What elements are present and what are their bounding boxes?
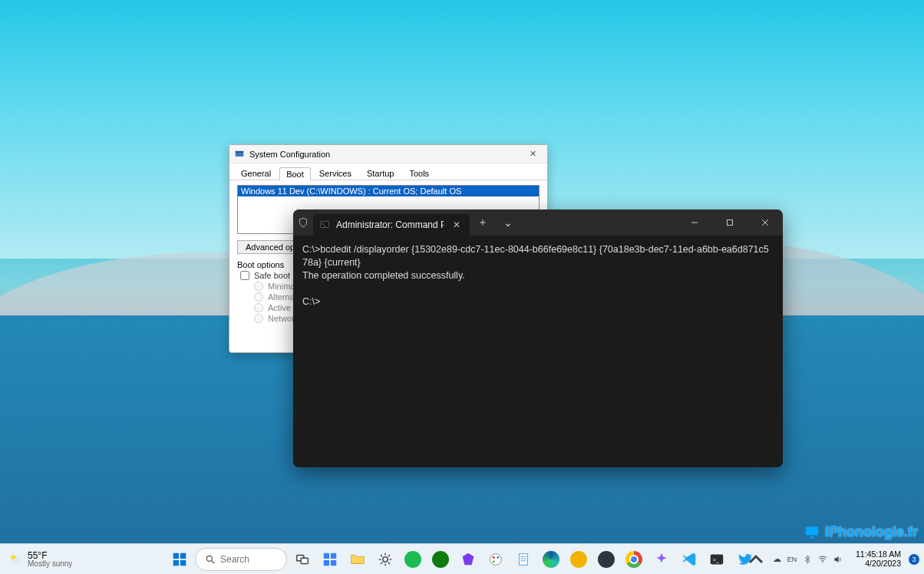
safe-boot-label: Safe boot bbox=[254, 271, 290, 280]
terminal-output[interactable]: C:\>bcdedit /displayorder {15302e89-cdc7… bbox=[293, 236, 783, 467]
notification-badge[interactable]: 3 bbox=[909, 554, 919, 565]
tray-bluetooth-icon[interactable] bbox=[802, 554, 813, 565]
safe-boot-alternate-radio[interactable] bbox=[254, 292, 263, 302]
svg-rect-20 bbox=[324, 553, 329, 558]
msconfig-close-button[interactable]: ✕ bbox=[523, 149, 543, 159]
terminal-tab-close[interactable]: ✕ bbox=[450, 219, 464, 230]
svg-rect-12 bbox=[173, 553, 179, 558]
vscode-button[interactable] bbox=[677, 547, 701, 572]
weather-cond: Mostly sunny bbox=[28, 560, 72, 568]
tab-startup[interactable]: Startup bbox=[360, 167, 401, 180]
tray-chevron[interactable] bbox=[748, 547, 764, 572]
maximize-icon bbox=[726, 219, 734, 226]
msconfig-app-icon bbox=[234, 149, 245, 160]
svg-line-17 bbox=[212, 560, 215, 563]
safe-boot-minimal-radio[interactable] bbox=[254, 282, 263, 291]
svg-point-11 bbox=[13, 558, 21, 563]
copilot-button[interactable] bbox=[649, 547, 674, 572]
svg-rect-1 bbox=[810, 536, 814, 538]
safe-boot-network-radio[interactable] bbox=[254, 314, 263, 323]
svg-rect-19 bbox=[301, 558, 308, 563]
safe-boot-network-label: Networ bbox=[268, 314, 295, 323]
tab-services[interactable]: Services bbox=[312, 167, 358, 180]
terminal-maximize-button[interactable] bbox=[712, 209, 747, 236]
obsidian-icon bbox=[460, 551, 477, 568]
edge-button[interactable] bbox=[539, 547, 563, 572]
edge-dev-icon bbox=[598, 551, 615, 568]
svg-point-27 bbox=[493, 556, 495, 558]
tray-language-icon[interactable]: EN bbox=[787, 554, 797, 565]
terminal-tab-dropdown[interactable]: ⌄ bbox=[496, 216, 520, 229]
site-watermark: iPhonologie.fr bbox=[804, 523, 918, 540]
taskbar-clock[interactable]: 11:45:18 AM 4/20/2023 bbox=[851, 550, 906, 568]
svg-rect-30 bbox=[520, 553, 528, 565]
svg-point-26 bbox=[490, 553, 502, 565]
taskbar-weather[interactable]: 55°F Mostly sunny bbox=[0, 551, 80, 568]
tray-onedrive-icon[interactable]: ☁ bbox=[771, 554, 782, 565]
palette-icon bbox=[487, 551, 504, 568]
terminal-icon: >_ bbox=[708, 551, 725, 568]
terminal-titlebar[interactable]: >_ Administrator: Command Pro ✕ ＋ ⌄ bbox=[293, 209, 783, 236]
terminal-taskbar-button[interactable]: >_ bbox=[705, 547, 729, 572]
tray-volume-icon[interactable] bbox=[833, 554, 843, 565]
gear-icon bbox=[377, 551, 394, 568]
edge-icon bbox=[543, 551, 559, 568]
paint-button[interactable] bbox=[483, 547, 508, 572]
svg-rect-15 bbox=[180, 559, 186, 565]
edge-canary-icon bbox=[570, 551, 587, 568]
system-tray: ☁ EN bbox=[767, 554, 848, 565]
minimize-icon bbox=[691, 219, 698, 226]
terminal-close-button[interactable] bbox=[747, 209, 783, 236]
msconfig-window-title: System Configuration bbox=[249, 150, 518, 159]
edge-canary-button[interactable] bbox=[566, 547, 591, 572]
site-watermark-text: iPhonologie.fr bbox=[825, 524, 918, 540]
msconfig-titlebar[interactable]: System Configuration ✕ bbox=[229, 145, 547, 163]
taskbar: 55°F Mostly sunny bbox=[0, 543, 924, 574]
terminal-minimize-button[interactable] bbox=[677, 209, 712, 236]
terminal-line-2: The operation completed successfully. bbox=[302, 270, 465, 281]
start-button[interactable] bbox=[167, 547, 192, 572]
safe-boot-active-radio[interactable] bbox=[254, 303, 263, 312]
svg-text:>_: >_ bbox=[322, 223, 327, 226]
site-logo-icon bbox=[804, 523, 820, 540]
taskbar-search-input[interactable] bbox=[220, 554, 274, 565]
taskbar-center: >_ bbox=[167, 547, 757, 572]
weather-temp: 55°F bbox=[28, 551, 72, 560]
terminal-new-tab[interactable]: ＋ bbox=[470, 216, 496, 229]
svg-rect-22 bbox=[324, 559, 329, 565]
terminal-window: >_ Administrator: Command Pro ✕ ＋ ⌄ C:\>… bbox=[293, 209, 783, 467]
svg-rect-3 bbox=[236, 150, 244, 152]
svg-point-29 bbox=[493, 560, 495, 562]
edge-dev-button[interactable] bbox=[594, 547, 619, 572]
file-explorer-button[interactable] bbox=[345, 547, 370, 572]
tab-tools[interactable]: Tools bbox=[402, 167, 436, 180]
weather-icon bbox=[8, 552, 23, 567]
purple-app-button[interactable] bbox=[456, 547, 480, 572]
tray-wifi-icon[interactable] bbox=[817, 554, 828, 565]
chrome-button[interactable] bbox=[622, 547, 646, 572]
task-view-button[interactable] bbox=[290, 547, 315, 572]
windows-logo-icon bbox=[171, 551, 188, 568]
tab-boot[interactable]: Boot bbox=[279, 167, 311, 180]
terminal-tab-title: Administrator: Command Pro bbox=[336, 219, 444, 230]
widgets-button[interactable] bbox=[318, 547, 342, 572]
terminal-tab[interactable]: >_ Administrator: Command Pro ✕ bbox=[313, 214, 470, 236]
svg-rect-23 bbox=[331, 559, 336, 565]
svg-point-24 bbox=[383, 556, 388, 561]
clock-time: 11:45:18 AM bbox=[856, 550, 901, 559]
terminal-line-1: C:\>bcdedit /displayorder {15302e89-cdc7… bbox=[302, 244, 769, 268]
xbox-button[interactable] bbox=[428, 547, 453, 572]
spotify-button[interactable] bbox=[401, 547, 425, 572]
boot-entry-selected[interactable]: Windows 11 Dev (C:\WINDOWS) : Current OS… bbox=[238, 186, 539, 196]
folder-icon bbox=[349, 551, 366, 568]
widgets-icon bbox=[322, 551, 338, 568]
tab-general[interactable]: General bbox=[234, 167, 278, 180]
settings-button[interactable] bbox=[373, 547, 398, 572]
notepad-icon bbox=[515, 551, 532, 568]
taskbar-search[interactable] bbox=[195, 548, 287, 571]
safe-boot-check-input[interactable] bbox=[240, 271, 249, 280]
chrome-icon bbox=[625, 551, 642, 568]
sparkle-icon bbox=[653, 551, 670, 568]
uac-shield-icon bbox=[298, 217, 309, 228]
notepad-button[interactable] bbox=[511, 547, 536, 572]
